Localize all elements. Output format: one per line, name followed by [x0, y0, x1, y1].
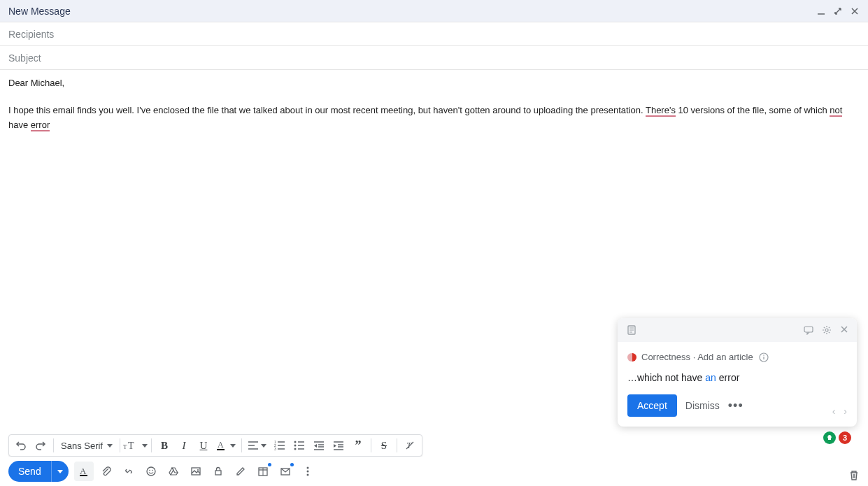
svg-point-16: [294, 448, 296, 450]
emoji-icon[interactable]: [141, 462, 161, 481]
window-controls: [816, 6, 860, 16]
info-icon[interactable]: [759, 352, 769, 362]
window-header: New Message: [0, 0, 868, 22]
dismiss-button[interactable]: Dismiss: [685, 400, 720, 411]
grammar-feedback-icon[interactable]: [804, 325, 813, 335]
svg-point-50: [825, 329, 828, 331]
body-text: have: [8, 120, 31, 130]
svg-text:T: T: [123, 443, 127, 450]
recipients-row: [0, 22, 868, 46]
text-color-icon[interactable]: A: [213, 436, 239, 455]
svg-rect-37: [215, 471, 221, 475]
grammar-popup-body: Correctness · Add an article …which not …: [618, 342, 857, 427]
grammar-nav: ‹ ›: [832, 406, 847, 417]
svg-text:T: T: [128, 441, 134, 451]
drive-icon[interactable]: [164, 462, 183, 481]
link-icon[interactable]: [119, 462, 138, 481]
grammar-error-theres[interactable]: There's: [646, 105, 676, 117]
error-count-badge[interactable]: 3: [839, 431, 851, 444]
svg-point-15: [294, 445, 296, 447]
grammar-popup-header: [618, 318, 857, 342]
indent-less-icon[interactable]: [309, 436, 329, 455]
attach-icon[interactable]: [97, 462, 116, 481]
close-icon[interactable]: [850, 6, 860, 16]
restore-icon[interactable]: [833, 6, 843, 16]
bold-icon[interactable]: B: [155, 436, 174, 455]
recipients-input[interactable]: [8, 29, 860, 40]
font-size-icon[interactable]: TT: [123, 436, 148, 455]
svg-rect-4: [217, 449, 225, 450]
body-text: I hope this email finds you well. I've e…: [8, 105, 646, 115]
compose-actions: A: [74, 462, 318, 481]
font-name-label: Sans Serif: [61, 441, 103, 451]
grammar-error-not[interactable]: not: [830, 105, 842, 117]
format-toggle-icon[interactable]: A: [74, 462, 94, 481]
grammar-settings-icon[interactable]: [822, 325, 832, 335]
svg-point-34: [152, 470, 153, 471]
suggestion-before: …which not have: [627, 372, 705, 383]
window-title: New Message: [8, 6, 71, 17]
minimize-icon[interactable]: [816, 6, 826, 16]
strikethrough-icon[interactable]: S: [374, 436, 394, 455]
svg-point-52: [763, 355, 764, 356]
chevron-down-icon: [230, 444, 236, 448]
undo-icon[interactable]: [11, 436, 31, 455]
grammar-suggestion: …which not have an error: [627, 372, 847, 383]
svg-rect-35: [192, 468, 200, 475]
signature-icon[interactable]: [276, 462, 295, 481]
numbered-list-icon[interactable]: 123: [270, 436, 290, 455]
redo-icon[interactable]: [31, 436, 50, 455]
suggestion-insert: an: [705, 372, 716, 383]
svg-point-44: [306, 474, 308, 476]
greeting-text: Dear Michael,: [8, 76, 860, 91]
suggestion-after: error: [716, 372, 739, 383]
next-suggestion-icon[interactable]: ›: [844, 406, 847, 417]
grammar-more-icon[interactable]: •••: [728, 399, 744, 413]
svg-point-36: [197, 469, 199, 471]
assistant-bulb-icon[interactable]: [823, 431, 836, 444]
schedule-icon[interactable]: [253, 462, 273, 481]
remove-format-icon[interactable]: T: [400, 436, 420, 455]
svg-point-14: [294, 441, 296, 443]
svg-rect-31: [80, 475, 87, 476]
svg-text:T: T: [406, 440, 412, 450]
prev-suggestion-icon[interactable]: ‹: [832, 406, 836, 417]
pen-icon[interactable]: [231, 462, 250, 481]
chevron-down-icon: [261, 444, 266, 448]
body-paragraph: I hope this email finds you well. I've e…: [8, 103, 860, 133]
underline-icon[interactable]: U: [194, 436, 213, 455]
correctness-dot-icon: [627, 353, 636, 362]
svg-text:3: 3: [274, 447, 276, 450]
bullet-list-icon[interactable]: [290, 436, 309, 455]
subject-row: [0, 46, 868, 70]
grammar-category: Correctness · Add an article: [641, 352, 753, 362]
accept-button[interactable]: Accept: [627, 394, 677, 417]
confidential-icon[interactable]: [208, 462, 228, 481]
quote-icon[interactable]: ”: [348, 436, 368, 455]
svg-text:A: A: [80, 466, 87, 476]
bottom-toolbar: Send A: [0, 457, 868, 486]
svg-point-43: [306, 471, 308, 473]
grammar-brand-icon: [626, 324, 637, 336]
svg-rect-49: [804, 327, 813, 332]
send-more-button[interactable]: [52, 461, 69, 482]
grammar-error-error[interactable]: error: [31, 120, 50, 131]
subject-input[interactable]: [8, 52, 860, 64]
svg-point-33: [149, 470, 150, 471]
chevron-down-icon: [107, 444, 113, 448]
send-button-group: Send: [8, 461, 69, 482]
grammar-close-icon[interactable]: [840, 325, 848, 335]
assistant-badges: 3: [823, 431, 851, 444]
formatting-toolbar: Sans Serif TT B I U A 123 ” S T: [8, 434, 422, 457]
trash-icon[interactable]: [848, 470, 860, 481]
svg-point-42: [306, 467, 308, 469]
image-icon[interactable]: [186, 462, 206, 481]
align-icon[interactable]: [245, 436, 270, 455]
chevron-down-icon: [142, 444, 148, 448]
italic-icon[interactable]: I: [174, 436, 194, 455]
font-select[interactable]: Sans Serif: [57, 441, 117, 451]
svg-text:A: A: [218, 440, 224, 450]
send-button[interactable]: Send: [8, 461, 52, 482]
more-options-icon[interactable]: [298, 462, 318, 481]
indent-more-icon[interactable]: [329, 436, 348, 455]
